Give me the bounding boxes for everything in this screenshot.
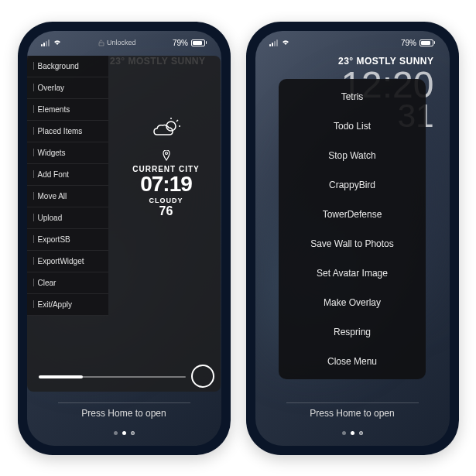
menu-overlay[interactable]: Overlay <box>27 77 108 99</box>
screen-left: Unlocked 79% 23° MOSTLY SUNNY Background… <box>27 31 221 446</box>
menu-clear[interactable]: Clear <box>27 272 108 294</box>
action-crappybird[interactable]: CrappyBird <box>279 170 426 200</box>
menu-add-font[interactable]: Add Font <box>27 164 108 186</box>
wifi-icon <box>53 39 62 47</box>
home-hint: Press Home to open <box>255 408 450 419</box>
editor-panel: Background Overlay Elements Placed Items… <box>27 56 221 392</box>
signal-icon <box>41 39 50 46</box>
status-left <box>41 39 62 47</box>
camera-icon[interactable] <box>131 431 135 435</box>
menu-move-all[interactable]: Move All <box>27 186 108 207</box>
menu-background[interactable]: Background <box>27 56 108 77</box>
menu-exit-apply[interactable]: Exit/Apply <box>27 294 108 316</box>
battery-icon <box>419 39 436 46</box>
menu-widgets[interactable]: Widgets <box>27 142 108 164</box>
condition-label: CLOUDY <box>124 197 209 204</box>
home-hint: Press Home to open <box>27 408 221 419</box>
wifi-icon <box>281 39 290 47</box>
side-menu: Background Overlay Elements Placed Items… <box>27 56 108 316</box>
status-bar: 79% <box>255 31 450 50</box>
action-set-avatar[interactable]: Set Avatar Image <box>279 259 426 288</box>
unlock-icon <box>98 39 104 46</box>
menu-exportwidget[interactable]: ExportWidget <box>27 251 108 272</box>
action-save-wall[interactable]: Save Wall to Photos <box>279 229 426 259</box>
location-pin-icon <box>124 150 209 163</box>
slider[interactable] <box>39 376 186 378</box>
status-left <box>269 39 290 47</box>
action-close-menu[interactable]: Close Menu <box>279 347 426 376</box>
action-todo-list[interactable]: Todo List <box>279 111 426 141</box>
phone-right: 79% 23° MOSTLY SUNNY 12:20 31 Tetris Tod… <box>246 22 459 455</box>
menu-elements[interactable]: Elements <box>27 99 108 121</box>
weather-strip: 23° MOSTLY SUNNY <box>338 56 434 67</box>
action-make-overlay[interactable]: Make Overlay <box>279 288 426 317</box>
unlock-slider[interactable] <box>58 402 190 403</box>
lock-label: Unlocked <box>107 39 136 46</box>
battery-pct: 79% <box>401 39 416 47</box>
weather-icon <box>124 118 209 144</box>
menu-upload[interactable]: Upload <box>27 207 108 229</box>
status-bar: Unlocked 79% <box>27 31 221 50</box>
action-menu: Tetris Todo List Stop Watch CrappyBird T… <box>279 79 426 379</box>
page-indicator <box>255 431 450 435</box>
page-indicator <box>27 431 221 435</box>
svg-line-2 <box>176 120 178 122</box>
menu-exportsb[interactable]: ExportSB <box>27 229 108 251</box>
widget-preview[interactable]: CURRENT CITY 07:19 CLOUDY 76 <box>124 118 209 218</box>
temp-display: 76 <box>124 204 209 218</box>
unlock-slider[interactable] <box>286 402 419 403</box>
screen-right: 79% 23° MOSTLY SUNNY 12:20 31 Tetris Tod… <box>255 31 450 446</box>
battery-pct: 79% <box>173 39 188 47</box>
action-towerdefense[interactable]: TowerDefense <box>279 200 426 229</box>
status-right: 79% <box>173 39 207 47</box>
status-right: 79% <box>401 39 436 47</box>
action-tetris[interactable]: Tetris <box>279 82 426 111</box>
action-respring[interactable]: Respring <box>279 317 426 347</box>
action-stop-watch[interactable]: Stop Watch <box>279 141 426 170</box>
camera-icon[interactable] <box>359 431 363 435</box>
phone-left: Unlocked 79% 23° MOSTLY SUNNY Background… <box>18 22 231 455</box>
battery-icon <box>191 39 207 46</box>
menu-placed-items[interactable]: Placed Items <box>27 121 108 142</box>
circle-button[interactable] <box>191 365 214 388</box>
signal-icon <box>269 39 278 46</box>
time-display: 07:19 <box>124 173 209 195</box>
lock-status: Unlocked <box>98 39 136 46</box>
